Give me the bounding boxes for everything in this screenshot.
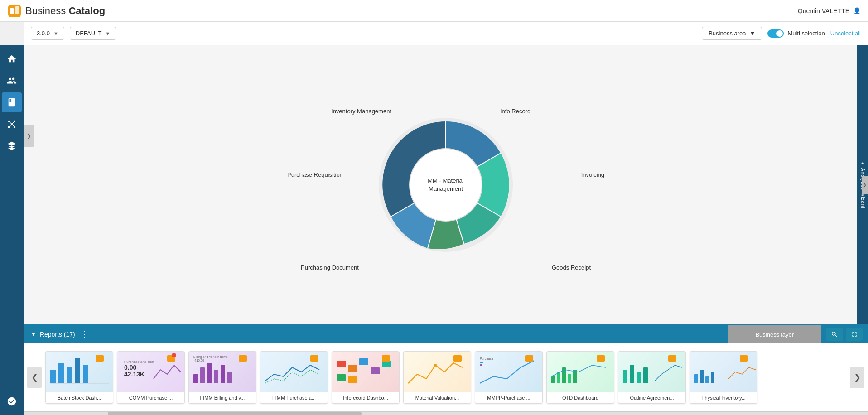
sidebar-item-network[interactable]: [2, 114, 22, 134]
reports-business-layer-tab[interactable]: Business layer: [728, 325, 821, 343]
report-thumb-fimm-billing: -415.55 Billing and Vendor Items: [189, 352, 256, 392]
svg-rect-20: [50, 370, 56, 383]
sidebar-item-settings[interactable]: [2, 391, 22, 411]
svg-rect-34: [200, 367, 205, 383]
report-card-fimm-purchase[interactable]: FIMM Purchase a...: [260, 351, 328, 404]
report-card-fimm-billing[interactable]: -415.55 Billing and Vendor Items FIMM Bi…: [188, 351, 256, 404]
sidebar-item-integration[interactable]: [2, 136, 22, 156]
report-card-title-comm: COMM Purchase ...: [117, 392, 184, 403]
svg-rect-65: [637, 372, 641, 383]
multi-selection-switch[interactable]: [767, 29, 784, 38]
svg-rect-1: [10, 8, 14, 14]
sidebar-item-users[interactable]: [2, 71, 22, 91]
report-thumb-physical-inv: [690, 352, 757, 392]
sidebar-item-catalog[interactable]: [2, 92, 22, 112]
report-card-outline-agree[interactable]: Outline Agreemen...: [618, 351, 686, 404]
reports-header: ▼ Reports (17) ⋮ Business layer: [24, 325, 868, 343]
report-card-batch-stock[interactable]: Batch Stock Dash...: [45, 351, 113, 404]
svg-rect-60: [568, 374, 571, 383]
svg-rect-57: [551, 376, 555, 383]
report-card-title-fimm-billing: FIMM Billing and v...: [189, 392, 256, 403]
svg-rect-62: [597, 355, 605, 362]
report-card-physical-inv[interactable]: Physical Inventory...: [690, 351, 757, 404]
reports-expand-button[interactable]: [846, 328, 863, 341]
report-thumb-otd: [547, 352, 614, 392]
report-card-comm-purchase[interactable]: Purchase and cost 0.00 42.13K COMM Purch…: [117, 351, 185, 404]
report-card-mmpp-purchase[interactable]: Purchase MMPP-Purchase ...: [475, 351, 543, 404]
app-title: Business Catalog: [25, 5, 105, 17]
business-area-button[interactable]: Business area ▼: [702, 27, 762, 40]
scrollbar-thumb[interactable]: [108, 412, 361, 415]
svg-rect-37: [221, 365, 225, 383]
svg-rect-30: [154, 361, 181, 383]
main-content: Inventory Management Info Record Invoici…: [24, 45, 868, 415]
svg-text:Purchase: Purchase: [480, 357, 493, 360]
sidebar-collapse-button[interactable]: ❯: [24, 125, 34, 147]
svg-rect-70: [705, 376, 709, 383]
user-info: Quentin VALETTE 👤: [798, 7, 861, 14]
svg-rect-55: [480, 364, 482, 366]
cards-area: ❮: [24, 343, 868, 411]
report-card-inforecord[interactable]: Inforecord Dashbo...: [332, 351, 400, 404]
svg-rect-23: [75, 358, 80, 383]
reports-chevron-icon: ▼: [31, 331, 36, 338]
reports-more-icon[interactable]: ⋮: [81, 329, 89, 339]
svg-rect-46: [371, 367, 380, 374]
report-card-otd[interactable]: OTD Dashboard: [546, 351, 614, 404]
svg-point-51: [434, 364, 437, 367]
svg-rect-66: [643, 367, 648, 383]
report-thumb-comm: Purchase and cost 0.00 42.13K: [117, 352, 184, 392]
donut-chart: [373, 112, 518, 257]
cards-next-button[interactable]: ❯: [850, 367, 864, 388]
reports-actions: [821, 328, 868, 341]
sidebar-item-home[interactable]: [2, 49, 22, 69]
report-card-title-mmpp: MMPP-Purchase ...: [475, 392, 542, 403]
reports-search-button[interactable]: [826, 328, 843, 341]
svg-rect-21: [58, 363, 64, 383]
reports-count-label: Reports (17): [40, 331, 75, 338]
analytics-wizard-icon: ✦: [860, 161, 865, 166]
segment-label-invoicing[interactable]: Invoicing: [581, 171, 604, 178]
app-logo: Business Catalog: [7, 4, 105, 18]
segment-label-purchase-req[interactable]: Purchase Requisition: [287, 171, 343, 178]
segment-label-purchasing-doc[interactable]: Purchasing Document: [301, 264, 359, 271]
reports-section: ▼ Reports (17) ⋮ Business layer: [24, 324, 868, 415]
reports-tab-label: Business layer: [755, 331, 794, 338]
svg-text:Billing and Vendor Items: Billing and Vendor Items: [193, 355, 228, 359]
svg-rect-35: [207, 363, 212, 383]
svg-text:42.13K: 42.13K: [124, 371, 145, 378]
svg-rect-71: [711, 372, 714, 383]
report-card-title-fimm-purchase: FIMM Purchase a...: [260, 392, 328, 403]
right-panel-toggle[interactable]: ❯: [862, 176, 868, 194]
version-select[interactable]: 3.0.0 ▼: [31, 27, 64, 40]
svg-rect-41: [239, 355, 247, 362]
horizontal-scrollbar[interactable]: [24, 411, 868, 415]
svg-rect-22: [67, 367, 72, 383]
svg-rect-47: [382, 361, 391, 367]
top-header: Business Catalog Quentin VALETTE 👤: [0, 0, 868, 22]
report-card-material-val[interactable]: Material Valuation...: [403, 351, 471, 404]
svg-rect-45: [359, 358, 368, 365]
business-area-chevron-icon: ▼: [750, 30, 756, 37]
cards-scroll: Batch Stock Dash... Purchase and cost 0.…: [42, 349, 850, 405]
segment-label-goods-receipt[interactable]: Goods Receipt: [552, 264, 591, 271]
report-card-title-physical-inv: Physical Inventory...: [690, 392, 757, 403]
user-icon: 👤: [853, 7, 861, 14]
diagram-area: Inventory Management Info Record Invoici…: [24, 45, 868, 324]
multi-selection-label: Multi selection: [787, 30, 825, 37]
right-panel-toggle-icon: ❯: [863, 183, 867, 187]
svg-rect-43: [337, 361, 346, 367]
svg-rect-38: [227, 372, 232, 383]
svg-rect-50: [382, 355, 390, 362]
svg-text:Purchase and cost: Purchase and cost: [124, 360, 154, 364]
report-thumb-outline: [618, 352, 685, 392]
unselect-all-button[interactable]: Unselect all: [830, 30, 861, 37]
svg-text:0.00: 0.00: [124, 364, 136, 371]
default-value: DEFAULT: [76, 30, 102, 37]
svg-rect-26: [96, 355, 104, 362]
default-select[interactable]: DEFAULT ▼: [70, 27, 116, 40]
svg-point-32: [172, 353, 176, 357]
cards-prev-button[interactable]: ❮: [27, 367, 42, 388]
svg-rect-42: [310, 355, 318, 362]
report-thumb-material-val: [404, 352, 471, 392]
